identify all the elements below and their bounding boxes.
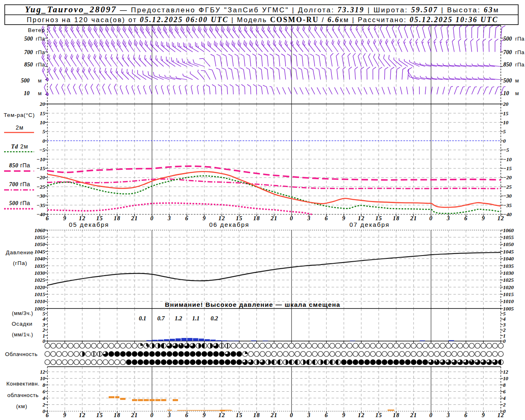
svg-text:15: 15 xyxy=(236,412,243,418)
svg-text:0: 0 xyxy=(43,138,46,144)
svg-text:15: 15 xyxy=(96,412,103,418)
svg-text:гПа: гПа xyxy=(515,36,525,42)
svg-text:21: 21 xyxy=(410,215,417,221)
svg-text:−10: −10 xyxy=(37,156,45,162)
svg-text:−40: −40 xyxy=(503,211,512,217)
svg-text:500: 500 xyxy=(503,78,512,84)
svg-text:500: 500 xyxy=(24,36,33,42)
svg-text:3: 3 xyxy=(42,322,45,328)
svg-text:18: 18 xyxy=(253,412,260,418)
svg-text:1060: 1060 xyxy=(503,227,514,233)
svg-text:−25: −25 xyxy=(503,184,512,190)
svg-text:Давление: Давление xyxy=(6,249,34,256)
svg-text:3: 3 xyxy=(167,215,171,221)
svg-text:10: 10 xyxy=(40,376,46,381)
svg-text:1025: 1025 xyxy=(503,277,514,283)
svg-text:3: 3 xyxy=(503,322,506,328)
svg-text:3: 3 xyxy=(446,412,450,418)
svg-text:10: 10 xyxy=(24,90,30,96)
svg-text:3: 3 xyxy=(446,215,450,221)
svg-text:(мм/1ч.): (мм/1ч.) xyxy=(12,331,33,338)
svg-text:0: 0 xyxy=(290,215,293,221)
svg-text:1010: 1010 xyxy=(34,298,46,304)
svg-text:0: 0 xyxy=(43,338,46,344)
svg-text:21: 21 xyxy=(131,215,138,221)
svg-text:гПа: гПа xyxy=(36,49,45,55)
svg-text:(км): (км) xyxy=(16,403,27,409)
svg-text:12: 12 xyxy=(498,412,504,418)
svg-text:2: 2 xyxy=(503,402,506,408)
svg-text:1040: 1040 xyxy=(503,256,514,262)
svg-text:5: 5 xyxy=(503,128,506,135)
svg-text:12: 12 xyxy=(358,412,365,418)
svg-text:−20: −20 xyxy=(37,174,45,180)
svg-text:6: 6 xyxy=(503,389,506,395)
svg-text:м: м xyxy=(38,78,42,84)
svg-text:15: 15 xyxy=(96,215,103,221)
svg-text:700 гПа: 700 гПа xyxy=(9,181,30,187)
svg-text:5: 5 xyxy=(43,311,45,317)
svg-text:21: 21 xyxy=(270,412,278,418)
svg-text:12: 12 xyxy=(358,215,365,221)
svg-text:5: 5 xyxy=(503,311,506,317)
svg-text:18: 18 xyxy=(393,412,400,418)
svg-text:2: 2 xyxy=(42,402,45,408)
svg-text:1050: 1050 xyxy=(503,241,514,247)
svg-text:05 декабря: 05 декабря xyxy=(69,221,109,228)
svg-text:6: 6 xyxy=(185,412,189,418)
svg-text:18: 18 xyxy=(393,215,400,221)
svg-text:21: 21 xyxy=(270,215,278,221)
svg-text:9: 9 xyxy=(203,412,206,418)
svg-text:6: 6 xyxy=(185,215,189,221)
svg-text:4: 4 xyxy=(503,316,506,322)
svg-text:−5: −5 xyxy=(503,147,509,153)
svg-text:0: 0 xyxy=(429,215,433,221)
svg-text:0: 0 xyxy=(290,412,293,418)
svg-text:6: 6 xyxy=(464,215,468,221)
svg-text:1015: 1015 xyxy=(503,291,514,297)
svg-text:Тем-ра(°C): Тем-ра(°C) xyxy=(4,112,35,118)
svg-text:850 гПа: 850 гПа xyxy=(9,162,30,169)
svg-text:2: 2 xyxy=(503,327,506,333)
svg-text:9: 9 xyxy=(342,412,345,418)
svg-text:−25: −25 xyxy=(37,184,45,190)
svg-text:6: 6 xyxy=(46,412,49,418)
svg-text:06 декабря: 06 декабря xyxy=(209,221,249,228)
svg-text:12: 12 xyxy=(218,215,225,221)
svg-text:9: 9 xyxy=(63,412,66,418)
svg-text:9: 9 xyxy=(342,215,345,221)
svg-text:850: 850 xyxy=(503,62,512,68)
svg-text:6: 6 xyxy=(464,412,468,418)
svg-text:0.1: 0.1 xyxy=(139,315,146,322)
svg-text:0: 0 xyxy=(43,409,46,414)
svg-text:Прогноз на 120 часа(ов) от 05.: Прогноз на 120 часа(ов) от 05.12.2025 06… xyxy=(27,16,498,24)
svg-text:Облачность: Облачность xyxy=(5,351,38,357)
svg-text:21: 21 xyxy=(131,412,138,418)
svg-text:1.1: 1.1 xyxy=(192,315,199,322)
svg-text:1030: 1030 xyxy=(34,270,46,276)
svg-text:−15: −15 xyxy=(503,165,512,171)
svg-text:−5: −5 xyxy=(39,147,46,153)
svg-text:м: м xyxy=(515,90,519,96)
svg-text:9: 9 xyxy=(63,215,66,221)
svg-text:1045: 1045 xyxy=(503,249,514,255)
svg-text:2: 2 xyxy=(42,327,45,333)
svg-text:500 гПа: 500 гПа xyxy=(9,200,30,206)
svg-text:12: 12 xyxy=(218,412,225,418)
svg-text:1: 1 xyxy=(43,333,45,339)
svg-text:9: 9 xyxy=(482,215,485,221)
svg-text:1040: 1040 xyxy=(34,256,46,262)
svg-text:12: 12 xyxy=(40,369,46,375)
svg-text:1050: 1050 xyxy=(34,241,46,247)
svg-text:0: 0 xyxy=(150,412,153,418)
svg-text:−30: −30 xyxy=(503,193,512,199)
svg-text:0.2: 0.2 xyxy=(210,315,218,322)
svg-text:0.7: 0.7 xyxy=(157,315,165,322)
svg-text:−35: −35 xyxy=(503,202,512,208)
svg-text:07 декабря: 07 декабря xyxy=(349,221,390,228)
svg-text:12: 12 xyxy=(503,369,509,375)
svg-text:2м: 2м xyxy=(16,124,23,131)
svg-text:−30: −30 xyxy=(37,193,45,199)
svg-text:12: 12 xyxy=(79,412,86,418)
svg-text:(гПа): (гПа) xyxy=(13,260,27,266)
